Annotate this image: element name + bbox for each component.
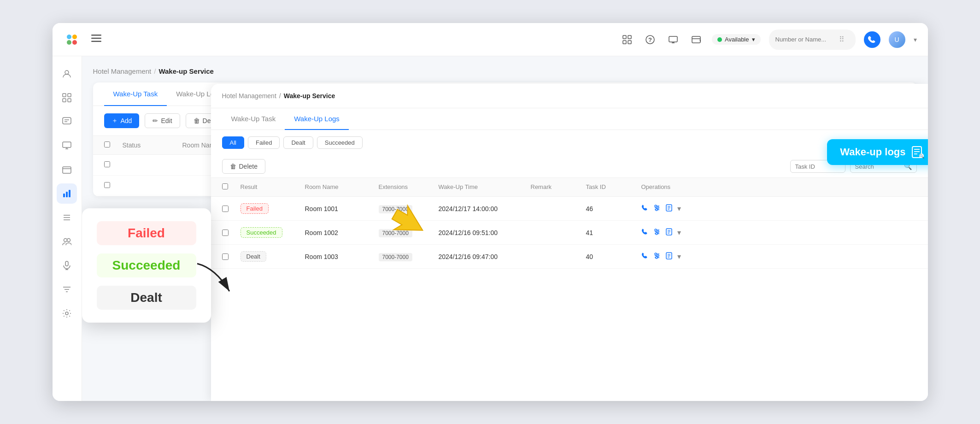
add-button[interactable]: ＋ Add	[104, 113, 140, 128]
select-all-checkbox[interactable]	[104, 141, 110, 147]
row-checkbox-1[interactable]	[104, 161, 110, 167]
svg-point-1	[72, 35, 77, 39]
expand-icon-2[interactable]: ▾	[677, 228, 681, 237]
number-or-name-input[interactable]	[775, 36, 831, 43]
grid-icon[interactable]	[620, 32, 634, 47]
ext-badge-1: 7000-7000	[379, 205, 412, 213]
svg-rect-23	[68, 99, 71, 102]
sidebar-item-filter[interactable]	[57, 279, 77, 300]
svg-rect-21	[68, 94, 71, 97]
tune-icon-2[interactable]	[653, 228, 661, 237]
sidebar-item-grid[interactable]	[57, 88, 77, 108]
svg-point-39	[67, 239, 70, 242]
sidebar-item-mic[interactable]	[57, 255, 77, 276]
wakeup-time-3: 2024/12/16 09:47:00	[439, 253, 531, 260]
tune-icon-3[interactable]	[653, 252, 661, 261]
svg-point-61	[657, 231, 659, 233]
overlay-tab-logs[interactable]: Wake-Up Logs	[285, 108, 349, 130]
sidebar-item-chat[interactable]	[57, 112, 77, 132]
log-icon-3[interactable]	[665, 252, 673, 261]
call-icon-3[interactable]	[641, 252, 649, 261]
sidebar-item-users[interactable]	[57, 64, 77, 84]
svg-rect-6	[91, 41, 101, 42]
row1-checkbox[interactable]	[222, 206, 229, 212]
sidebar-item-list[interactable]	[57, 207, 77, 228]
taskid-2: 41	[586, 229, 641, 236]
svg-text:▾: ▾	[699, 38, 701, 43]
svg-point-19	[65, 71, 69, 74]
add-label: Add	[121, 117, 132, 124]
breadcrumb-current: Wake-up Service	[158, 67, 214, 75]
room-name-3: Room 1003	[305, 253, 379, 260]
call-icon-1[interactable]	[641, 204, 649, 213]
svg-point-3	[72, 40, 77, 45]
log-icon-1[interactable]	[665, 204, 673, 213]
expand-icon-3[interactable]: ▾	[677, 252, 681, 261]
wakeup-time-2: 2024/12/16 09:51:00	[439, 229, 531, 236]
display-icon[interactable]	[666, 32, 681, 47]
svg-point-0	[67, 35, 71, 39]
main-content: Hotel Management / Wake-up Service Wake-…	[82, 56, 928, 401]
filter-all[interactable]: All	[222, 136, 244, 149]
status-succeeded-badge: Succeeded	[241, 227, 282, 238]
svg-rect-8	[628, 35, 631, 39]
call-icon-2[interactable]	[641, 228, 649, 237]
breadcrumb-parent: Hotel Management	[93, 67, 152, 75]
user-chevron-icon[interactable]: ▾	[914, 36, 917, 43]
col-ops-header: Operations	[641, 183, 917, 191]
tab-wakeup-task[interactable]: Wake-Up Task	[104, 82, 167, 106]
overlay-delete-label: Delete	[239, 163, 258, 170]
svg-rect-32	[63, 194, 65, 197]
log-icon-2[interactable]	[665, 228, 673, 237]
sidebar-item-gear[interactable]	[57, 303, 77, 324]
row3-checkbox[interactable]	[222, 253, 229, 260]
overlay-breadcrumb: Hotel Management / Wake-up Service	[211, 84, 928, 108]
topbar: ? ▾ Available ▾ ⠿ U ▾	[53, 23, 928, 56]
svg-rect-4	[91, 35, 101, 36]
svg-rect-40	[65, 261, 68, 266]
svg-rect-13	[669, 36, 677, 42]
edit-button[interactable]: ✏ Edit	[145, 113, 180, 128]
operations-3: ▾	[641, 252, 917, 261]
dialpad-icon[interactable]: ⠿	[834, 32, 849, 47]
tooltip-popup: Failed Succeeded Dealt	[82, 208, 211, 323]
overlay-delete-button[interactable]: 🗑 Delete	[222, 159, 265, 174]
col-status-header: Status	[123, 141, 182, 149]
row2-checkbox[interactable]	[222, 230, 229, 236]
expand-icon-1[interactable]: ▾	[677, 204, 681, 213]
svg-text:🔍: 🔍	[919, 153, 924, 159]
svg-rect-20	[63, 94, 66, 97]
filter-succeeded[interactable]: Succeeded	[317, 136, 363, 149]
svg-rect-5	[91, 38, 101, 39]
sidebar-item-group[interactable]	[57, 231, 77, 252]
sidebar-item-chart[interactable]	[57, 183, 77, 204]
wakeup-logs-banner[interactable]: Wake-up logs 🔍	[827, 139, 927, 165]
help-icon[interactable]: ?	[643, 32, 657, 47]
overlay-select-all[interactable]	[222, 183, 228, 189]
svg-point-51	[657, 207, 659, 209]
user-avatar[interactable]: U	[889, 31, 905, 48]
hamburger-icon[interactable]	[91, 33, 101, 46]
col-check	[104, 141, 123, 149]
table-row: Succeeded Room 1002 7000-7000 2024/12/16…	[211, 221, 928, 245]
table-row: Failed Room 1001 7000-7000 2024/12/17 14…	[211, 197, 928, 221]
layout-icon[interactable]: ▾	[689, 32, 704, 47]
svg-point-46	[65, 312, 68, 315]
overlay-table: Result Room Name Extensions Wake-Up Time…	[211, 178, 928, 401]
col-ext-header: Extensions	[379, 183, 439, 191]
sidebar-item-monitor[interactable]	[57, 135, 77, 156]
svg-point-50	[655, 205, 657, 207]
tune-icon-1[interactable]	[653, 204, 661, 213]
app-logo	[64, 31, 80, 48]
col-check-header	[222, 183, 241, 191]
row-checkbox-2[interactable]	[104, 182, 110, 188]
svg-point-38	[64, 239, 67, 242]
filter-failed[interactable]: Failed	[248, 136, 280, 149]
phone-button[interactable]	[864, 31, 880, 48]
overlay-tab-task[interactable]: Wake-Up Task	[222, 108, 285, 130]
filter-dealt[interactable]: Dealt	[283, 136, 313, 149]
svg-text:?: ?	[648, 36, 652, 43]
overlay-table-header: Result Room Name Extensions Wake-Up Time…	[211, 178, 928, 197]
status-badge[interactable]: Available ▾	[712, 34, 761, 45]
sidebar-item-display[interactable]	[57, 159, 77, 180]
